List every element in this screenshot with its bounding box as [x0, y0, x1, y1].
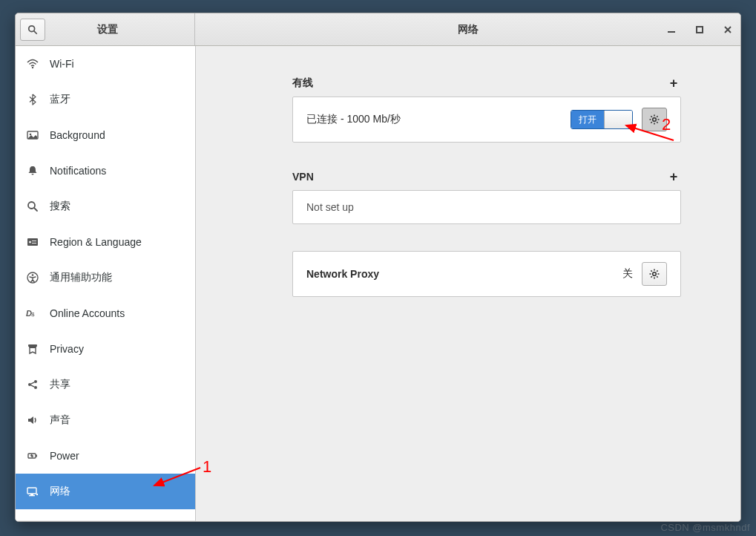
bell-icon	[26, 164, 39, 177]
svg-text:$: $	[31, 311, 35, 318]
sidebar-item-notifications[interactable]: Notifications	[16, 153, 195, 189]
svg-line-25	[31, 385, 35, 387]
search-icon	[27, 24, 38, 35]
wifi-icon	[26, 57, 39, 71]
main-panel: 有线 + 已连接 - 1000 Mb/秒 打开	[196, 46, 740, 521]
wired-connection-row: 已连接 - 1000 Mb/秒 打开	[293, 97, 680, 142]
gear-icon	[648, 268, 660, 280]
vpn-row: Not set up	[293, 191, 680, 223]
sidebar-item-label: Online Accounts	[50, 307, 125, 319]
wired-status-text: 已连接 - 1000 Mb/秒	[306, 113, 562, 126]
background-icon	[26, 128, 39, 142]
svg-point-12	[29, 241, 31, 244]
vpn-status-text: Not set up	[306, 201, 667, 213]
sidebar-item-search[interactable]: 搜索	[16, 189, 195, 224]
svg-point-16	[32, 274, 34, 276]
sidebar-item-bluetooth[interactable]: 蓝牙	[16, 82, 195, 117]
svg-rect-28	[27, 488, 36, 494]
svg-line-24	[31, 382, 35, 384]
svg-line-48	[657, 270, 657, 271]
sidebar-item-privacy[interactable]: Privacy	[16, 331, 195, 367]
search-icon	[26, 200, 39, 213]
maximize-button[interactable]	[691, 22, 708, 38]
wired-switch[interactable]: 打开	[571, 110, 633, 129]
svg-line-46	[651, 270, 651, 271]
svg-point-31	[36, 494, 38, 495]
svg-line-37	[651, 116, 651, 117]
proxy-card: Network Proxy 关	[292, 251, 681, 297]
sidebar-item-sound[interactable]: 声音	[16, 402, 195, 438]
sidebar-title: 设置	[50, 23, 194, 36]
power-icon	[26, 449, 39, 463]
wired-settings-button[interactable]	[642, 108, 667, 131]
online-accounts-icon: D$	[26, 307, 39, 320]
svg-line-47	[657, 276, 657, 277]
svg-rect-3	[697, 27, 703, 33]
sidebar-item-label: Region & Language	[50, 236, 142, 248]
vpn-section-header: VPN +	[292, 169, 681, 184]
sidebar-item-label: 网络	[50, 485, 70, 498]
minimize-icon	[668, 26, 675, 33]
close-icon	[724, 26, 732, 33]
close-button[interactable]	[720, 22, 736, 38]
vpn-card: Not set up	[292, 190, 681, 224]
svg-point-8	[30, 134, 32, 136]
search-button[interactable]	[20, 19, 45, 41]
titlebar-right: 网络	[195, 13, 740, 45]
sidebar-item-power[interactable]: Power	[16, 438, 195, 474]
sidebar-item-online-accounts[interactable]: D$ Online Accounts	[16, 295, 195, 331]
sidebar-item-label: Notifications	[50, 165, 106, 177]
window-controls	[663, 13, 736, 45]
switch-knob	[604, 111, 632, 128]
sidebar-item-label: 蓝牙	[50, 93, 70, 106]
svg-point-6	[32, 67, 33, 68]
svg-line-40	[651, 122, 651, 122]
speaker-icon	[26, 414, 39, 427]
vpn-heading: VPN	[292, 171, 314, 183]
sidebar-item-label: 通用辅助功能	[50, 271, 112, 284]
proxy-label: Network Proxy	[306, 268, 614, 280]
add-vpn-button[interactable]: +	[666, 169, 681, 184]
svg-rect-29	[30, 494, 33, 495]
svg-rect-30	[29, 495, 35, 496]
sidebar-item-accessibility[interactable]: 通用辅助功能	[16, 260, 195, 295]
privacy-icon	[26, 342, 39, 356]
region-icon	[26, 235, 39, 249]
svg-point-32	[653, 118, 657, 122]
accessibility-icon	[26, 271, 39, 284]
bluetooth-icon	[26, 93, 39, 106]
svg-rect-27	[36, 455, 38, 457]
plus-icon: +	[670, 76, 678, 91]
sidebar-item-label: Wi-Fi	[50, 58, 74, 70]
svg-rect-14	[32, 243, 36, 244]
content: Wi-Fi 蓝牙 Background Notifications 搜索 Reg	[16, 46, 740, 521]
minimize-button[interactable]	[663, 22, 680, 38]
settings-window: 设置 网络 Wi-Fi	[15, 13, 741, 522]
svg-rect-13	[32, 241, 36, 241]
plus-icon: +	[670, 169, 678, 185]
sidebar-item-region[interactable]: Region & Language	[16, 224, 195, 260]
svg-point-41	[653, 272, 657, 276]
gear-icon	[648, 114, 660, 125]
svg-rect-20	[28, 344, 37, 347]
switch-on-label: 打开	[571, 111, 604, 128]
wired-heading: 有线	[292, 76, 313, 90]
sidebar-item-label: Background	[50, 129, 105, 141]
svg-rect-2	[668, 31, 675, 33]
wired-card: 已连接 - 1000 Mb/秒 打开	[292, 97, 681, 143]
sidebar-item-background[interactable]: Background	[16, 117, 195, 153]
svg-line-1	[34, 30, 36, 33]
titlebar: 设置 网络	[16, 13, 740, 46]
sidebar-item-sharing[interactable]: 共享	[16, 367, 195, 402]
sidebar-item-network[interactable]: 网络	[16, 474, 195, 509]
svg-line-49	[651, 276, 651, 277]
titlebar-left: 设置	[16, 13, 195, 45]
sidebar-item-label: 共享	[50, 378, 70, 391]
sidebar-item-wifi[interactable]: Wi-Fi	[16, 46, 195, 82]
proxy-settings-button[interactable]	[642, 262, 667, 286]
add-wired-button[interactable]: +	[666, 76, 681, 91]
maximize-icon	[696, 26, 703, 33]
share-icon	[26, 378, 39, 391]
proxy-row: Network Proxy 关	[293, 252, 680, 296]
sidebar-item-label: 搜索	[50, 200, 70, 213]
